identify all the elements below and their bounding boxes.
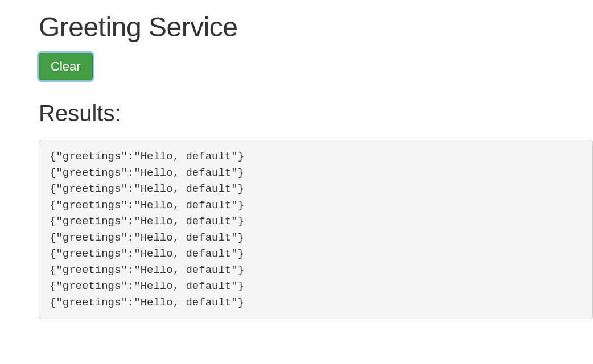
- page-title: Greeting Service: [39, 11, 593, 43]
- clear-button[interactable]: Clear: [39, 53, 93, 80]
- main-container: Greeting Service Clear Results: {"greeti…: [0, 0, 593, 319]
- results-output: {"greetings":"Hello, default"} {"greetin…: [39, 140, 593, 319]
- results-heading: Results:: [39, 101, 593, 126]
